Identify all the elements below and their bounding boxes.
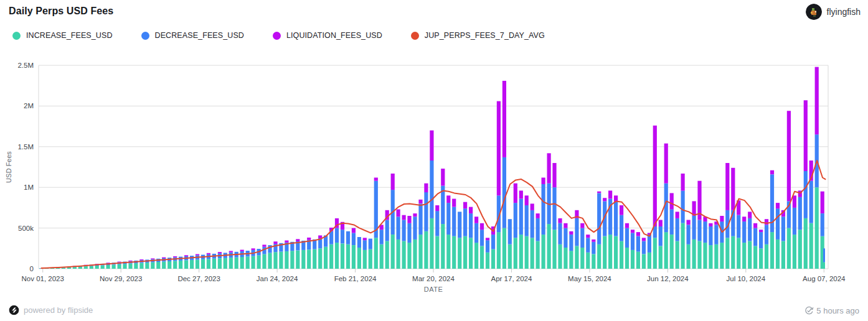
bar-increase-segment[interactable]: [156, 262, 160, 269]
bar-liquidation-segment[interactable]: [352, 228, 356, 233]
bar-liquidation-segment[interactable]: [446, 195, 450, 203]
bar-decrease-segment[interactable]: [809, 181, 813, 223]
legend-item-increase_fees_usd[interactable]: INCREASE_FEES_USD: [12, 31, 113, 40]
bar-increase-segment[interactable]: [435, 236, 439, 269]
bar-decrease-segment[interactable]: [821, 213, 824, 236]
bar-increase-segment[interactable]: [793, 235, 796, 269]
bar-increase-segment[interactable]: [569, 251, 573, 269]
bar-increase-segment[interactable]: [73, 267, 77, 269]
bar-increase-segment[interactable]: [162, 262, 166, 269]
bar-increase-segment[interactable]: [78, 267, 82, 269]
bar-increase-segment[interactable]: [687, 244, 691, 269]
bar-decrease-segment[interactable]: [748, 218, 752, 241]
bar-increase-segment[interactable]: [608, 235, 612, 269]
legend-item-jup_perps_fees_7_day_avg[interactable]: JUP_PERPS_FEES_7_DAY_AVG: [411, 31, 545, 40]
bar-liquidation-segment[interactable]: [480, 223, 484, 230]
bar-liquidation-segment[interactable]: [681, 174, 685, 191]
bar-increase-segment[interactable]: [770, 232, 774, 269]
bar-liquidation-segment[interactable]: [262, 244, 266, 246]
bar-liquidation-segment[interactable]: [725, 163, 729, 210]
bar-increase-segment[interactable]: [469, 238, 473, 269]
bar-increase-segment[interactable]: [681, 223, 685, 269]
bar-liquidation-segment[interactable]: [531, 203, 534, 210]
bar-increase-segment[interactable]: [335, 243, 339, 269]
bar-decrease-segment[interactable]: [542, 184, 545, 235]
bar-liquidation-segment[interactable]: [252, 248, 255, 250]
bar-increase-segment[interactable]: [402, 241, 406, 269]
bar-decrease-segment[interactable]: [397, 216, 400, 240]
bar-liquidation-segment[interactable]: [307, 238, 311, 240]
bar-decrease-segment[interactable]: [765, 225, 768, 244]
bar-liquidation-segment[interactable]: [452, 199, 456, 207]
bar-liquidation-segment[interactable]: [463, 202, 467, 209]
bar-liquidation-segment[interactable]: [413, 213, 417, 216]
bar-liquidation-segment[interactable]: [720, 216, 724, 221]
bar-decrease-segment[interactable]: [737, 215, 740, 238]
bar-liquidation-segment[interactable]: [742, 216, 746, 221]
bar-increase-segment[interactable]: [575, 246, 578, 269]
user-name[interactable]: flyingfish: [827, 7, 861, 17]
bar-increase-segment[interactable]: [474, 243, 478, 269]
bar-decrease-segment[interactable]: [369, 239, 372, 249]
bar-decrease-segment[interactable]: [424, 192, 428, 231]
bar-decrease-segment[interactable]: [474, 223, 478, 243]
bar-decrease-segment[interactable]: [363, 240, 367, 250]
bar-increase-segment[interactable]: [397, 240, 400, 269]
bar-increase-segment[interactable]: [542, 235, 545, 269]
bar-increase-segment[interactable]: [95, 266, 99, 269]
bar-decrease-segment[interactable]: [564, 228, 567, 248]
bar-liquidation-segment[interactable]: [430, 131, 433, 160]
bar-increase-segment[interactable]: [692, 240, 696, 269]
bar-increase-segment[interactable]: [823, 263, 825, 269]
bar-increase-segment[interactable]: [301, 250, 305, 269]
bar-liquidation-segment[interactable]: [815, 67, 819, 135]
bar-liquidation-segment[interactable]: [441, 169, 445, 186]
bar-decrease-segment[interactable]: [586, 238, 590, 253]
bar-liquidation-segment[interactable]: [603, 198, 606, 201]
bar-increase-segment[interactable]: [380, 244, 384, 269]
bar-increase-segment[interactable]: [636, 252, 640, 269]
bar-liquidation-segment[interactable]: [620, 205, 623, 215]
bar-increase-segment[interactable]: [139, 263, 143, 269]
bar-liquidation-segment[interactable]: [497, 101, 501, 196]
bar-liquidation-segment[interactable]: [525, 195, 529, 205]
bar-increase-segment[interactable]: [525, 236, 529, 269]
bar-liquidation-segment[interactable]: [285, 241, 288, 243]
bar-decrease-segment[interactable]: [636, 236, 640, 252]
bar-decrease-segment[interactable]: [753, 228, 757, 246]
bar-increase-segment[interactable]: [446, 235, 450, 269]
bar-decrease-segment[interactable]: [430, 160, 433, 218]
bar-liquidation-segment[interactable]: [106, 263, 110, 263]
bar-liquidation-segment[interactable]: [608, 190, 612, 198]
bar-liquidation-segment[interactable]: [435, 205, 439, 211]
bar-decrease-segment[interactable]: [341, 230, 344, 243]
bar-increase-segment[interactable]: [480, 246, 484, 269]
bar-increase-segment[interactable]: [430, 218, 433, 269]
bar-increase-segment[interactable]: [357, 248, 361, 269]
legend-item-decrease_fees_usd[interactable]: DECREASE_FEES_USD: [141, 31, 244, 40]
bar-increase-segment[interactable]: [703, 243, 707, 269]
bar-liquidation-segment[interactable]: [642, 238, 646, 241]
bar-liquidation-segment[interactable]: [569, 231, 573, 235]
bar-decrease-segment[interactable]: [491, 235, 495, 249]
bar-decrease-segment[interactable]: [531, 210, 534, 238]
bar-increase-segment[interactable]: [815, 187, 819, 269]
bar-increase-segment[interactable]: [207, 259, 210, 269]
bar-liquidation-segment[interactable]: [469, 207, 473, 214]
bar-increase-segment[interactable]: [664, 232, 668, 269]
bar-decrease-segment[interactable]: [335, 228, 339, 243]
bar-liquidation-segment[interactable]: [787, 111, 791, 201]
bar-increase-segment[interactable]: [112, 265, 116, 269]
bar-decrease-segment[interactable]: [413, 216, 417, 240]
bar-decrease-segment[interactable]: [385, 220, 389, 241]
bar-increase-segment[interactable]: [497, 232, 501, 269]
bar-increase-segment[interactable]: [463, 236, 467, 269]
bar-decrease-segment[interactable]: [592, 242, 595, 254]
bar-decrease-segment[interactable]: [580, 228, 584, 248]
bar-increase-segment[interactable]: [620, 241, 623, 269]
bar-liquidation-segment[interactable]: [564, 223, 567, 228]
bar-liquidation-segment[interactable]: [363, 238, 367, 240]
bar-decrease-segment[interactable]: [463, 208, 467, 236]
bar-liquidation-segment[interactable]: [776, 203, 780, 208]
bar-increase-segment[interactable]: [407, 243, 411, 269]
